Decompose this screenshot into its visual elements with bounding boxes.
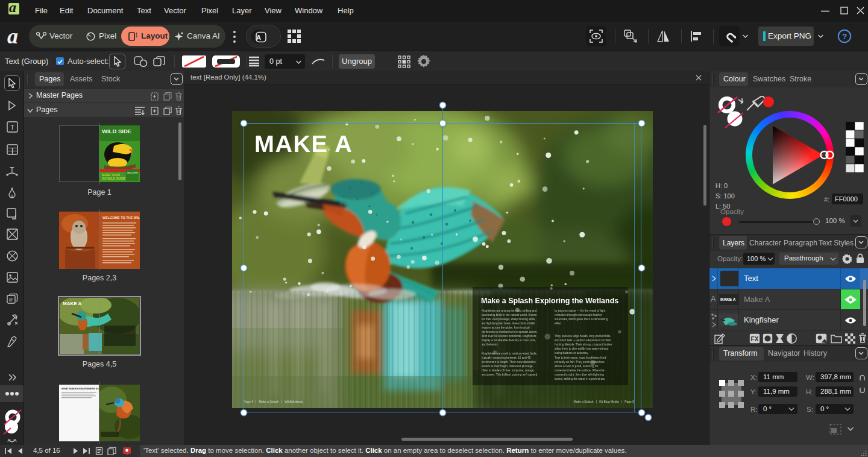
svg-text:WILD SIDE: WILD SIDE	[102, 128, 131, 134]
svg-text:MAKE A: MAKE A	[63, 301, 81, 306]
svg-text:WELCOME TO THE WILD SIDE: WELCOME TO THE WILD SIDE	[102, 216, 140, 219]
svg-text:GO WILD GUIDE: GO WILD GUIDE	[102, 177, 126, 180]
svg-text:A: A	[256, 34, 261, 41]
svg-text:WHAT MAKES KINGFISHERS SO...: WHAT MAKES KINGFISHERS SO...	[61, 387, 99, 390]
svg-text:WILD LIFE: WILD LIFE	[127, 172, 138, 174]
svg-text:a: a	[7, 27, 18, 46]
svg-text:FX: FX	[751, 336, 759, 342]
svg-text:?: ?	[842, 32, 847, 41]
svg-text:T: T	[10, 124, 14, 131]
svg-text:T: T	[10, 166, 14, 174]
